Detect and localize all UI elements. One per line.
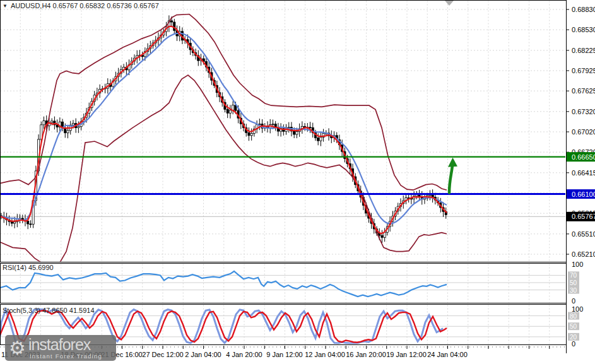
stoch-axis: 1000805020 [568,305,583,348]
price-axis-label: 0.67320 [572,108,595,115]
price-axis-label: 0.65210 [572,250,595,258]
time-axis-label: 9 Jan 12:00 [266,351,303,358]
time-axis-label: 16 Jan 20:00 [346,351,386,358]
blue-price-label: 0.66100 [567,189,595,199]
price-axis-label: 0.67625 [572,87,595,95]
price-axis-label: 0.67925 [572,67,595,74]
stoch-indicator-label: Stoch(5,3,3) 47.8650 41.5914 [3,307,95,314]
time-axis-label: 12 Jan 04:00 [305,351,345,358]
time-axis-label: 27 Dec 12:00 [142,351,183,358]
svg-text:0.66100: 0.66100 [572,191,595,198]
instaforex-gear-icon: ⚙ [9,339,26,358]
indicator-axis-label: 100 [572,261,583,268]
svg-text:70: 70 [570,272,577,279]
svg-text:80: 80 [570,313,577,320]
indicator-axis-label: 0 [572,297,575,305]
rsi-indicator-label: RSI(14) 45.6990 [3,264,54,271]
svg-text:0.66650: 0.66650 [572,153,595,161]
instaforex-watermark: ⚙ instaforex Instant Forex Trading [5,335,116,361]
time-axis-label: 4 Jan 20:00 [226,351,262,358]
svg-text:0.65767: 0.65767 [572,213,595,220]
price-axis-label: 0.68530 [572,26,595,33]
symbol-title: ▼ AUDUSD,H4 0.65767 0.65832 0.65736 0.65… [3,2,159,9]
rsi-panel[interactable] [1,264,567,303]
watermark-tagline-text: Instant Forex Trading [30,353,102,360]
price-axis-label: 0.66415 [572,169,595,177]
price-axis-label: 0.67020 [572,128,595,136]
rsi-axis: 1000705030 [568,261,583,305]
trading-terminal-chart-window: 0.688300.685300.682250.679250.676250.673… [0,0,595,364]
price-axis: 0.688300.685300.682250.679250.676250.673… [566,0,595,353]
watermark-brand-text: instaforex [28,337,102,353]
svg-text:50: 50 [570,279,577,286]
symbol-dropdown-icon[interactable]: ▼ [3,3,8,9]
green-price-label: 0.66650 [567,152,595,161]
last-price-label: 0.65767 [567,212,595,221]
time-axis-label: 19 Jan 12:00 [386,351,427,358]
svg-text:20: 20 [570,334,577,341]
svg-text:30: 30 [570,287,577,294]
price-axis-label: 0.68225 [572,47,595,54]
symbol-ohlc-text: AUDUSD,H4 0.65767 0.65832 0.65736 0.6576… [11,2,159,9]
indicator-axis-label: 100 [572,305,583,313]
time-axis-label: 2 Jan 04:00 [185,351,221,358]
price-axis-label: 0.68830 [572,6,595,13]
svg-text:50: 50 [570,323,577,330]
indicator-axis-label: 0 [572,340,575,348]
price-axis-label: 0.65510 [572,230,595,238]
time-axis-label: 24 Jan 04:00 [427,351,468,358]
